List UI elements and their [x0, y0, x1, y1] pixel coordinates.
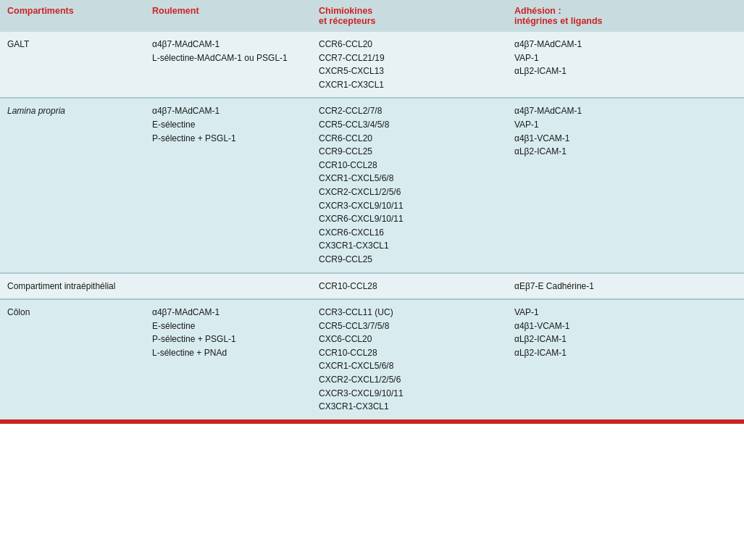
table-row: GALTα4β7-MAdCAM-1L-sélectine-MAdCAM-1 ou… — [0, 32, 744, 98]
red-bar — [0, 419, 744, 424]
header-chimiokines: Chimiokines et récepteurs — [312, 0, 507, 32]
table-container: Compartiments Roulement Chimiokines et r… — [0, 0, 744, 560]
cell-roulement: α4β7-MAdCAM-1E-sélectineP-sélectine + PS… — [145, 98, 312, 272]
cell-roulement: α4β7-MAdCAM-1E-sélectineP-sélectine + PS… — [145, 299, 312, 419]
cell-chimiokines: CCR10-CCL28 — [312, 273, 507, 300]
cell-compartment: Côlon — [0, 299, 145, 419]
cell-roulement: α4β7-MAdCAM-1L-sélectine-MAdCAM-1 ou PSG… — [145, 32, 312, 98]
table-row: Côlonα4β7-MAdCAM-1E-sélectineP-sélectine… — [0, 299, 744, 419]
header-row: Compartiments Roulement Chimiokines et r… — [0, 0, 744, 32]
cell-chimiokines: CCR3-CCL11 (UC)CCR5-CCL3/7/5/8CXC6-CCL20… — [312, 299, 507, 419]
table-row: Lamina propriaα4β7-MAdCAM-1E-sélectineP-… — [0, 98, 744, 272]
header-roulement: Roulement — [145, 0, 312, 32]
cell-adhesion: α4β7-MAdCAM-1VAP-1α4β1-VCAM-1αLβ2-ICAM-1 — [507, 98, 744, 272]
cell-chimiokines: CCR2-CCL2/7/8CCR5-CCL3/4/5/8CCR6-CCL20CC… — [312, 98, 507, 272]
main-table: Compartiments Roulement Chimiokines et r… — [0, 0, 744, 419]
cell-adhesion: αEβ7-E Cadhérine-1 — [507, 273, 744, 300]
table-row: Compartiment intraépithélialCCR10-CCL28α… — [0, 273, 744, 300]
cell-roulement — [145, 273, 312, 300]
cell-compartment: Compartiment intraépithélial — [0, 273, 145, 300]
cell-compartment: Lamina propria — [0, 98, 145, 272]
cell-adhesion: α4β7-MAdCAM-1VAP-1αLβ2-ICAM-1 — [507, 32, 744, 98]
header-adhesion: Adhésion : intégrines et ligands — [507, 0, 744, 32]
cell-adhesion: VAP-1α4β1-VCAM-1αLβ2-ICAM-1αLβ2-ICAM-1 — [507, 299, 744, 419]
cell-chimiokines: CCR6-CCL20CCR7-CCL21/19CXCR5-CXCL13CXCR1… — [312, 32, 507, 98]
cell-compartment: GALT — [0, 32, 145, 98]
header-compartments: Compartiments — [0, 0, 145, 32]
